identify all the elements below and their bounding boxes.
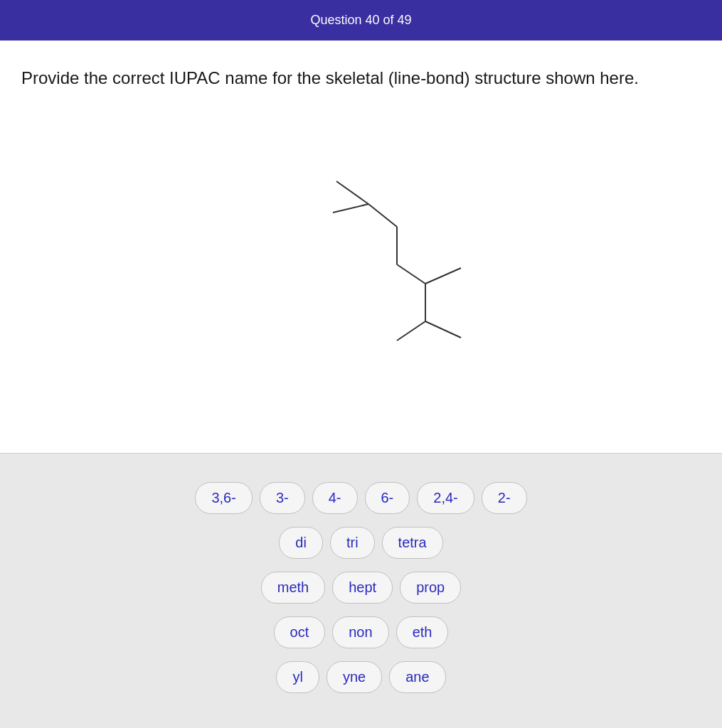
- token-2[interactable]: 2-: [482, 482, 527, 514]
- skeletal-structure-svg: [226, 126, 497, 382]
- token-4[interactable]: 4-: [312, 482, 358, 514]
- token-prop[interactable]: prop: [400, 572, 461, 604]
- token-hept[interactable]: hept: [332, 572, 393, 604]
- token-oct[interactable]: oct: [274, 616, 326, 648]
- svg-line-4: [397, 264, 425, 284]
- token-tetra[interactable]: tetra: [382, 527, 443, 559]
- svg-line-8: [397, 321, 425, 341]
- svg-line-2: [333, 204, 368, 213]
- token-yne[interactable]: yne: [327, 661, 382, 693]
- molecule-diagram: [21, 112, 701, 410]
- question-counter: Question 40 of 49: [310, 13, 411, 27]
- token-row-3: meth hept prop: [261, 572, 461, 604]
- token-eth[interactable]: eth: [396, 616, 449, 648]
- svg-line-5: [425, 268, 461, 284]
- token-tri[interactable]: tri: [330, 527, 375, 559]
- token-row-5: yl yne ane: [276, 661, 445, 693]
- token-yl[interactable]: yl: [276, 661, 319, 693]
- token-row-2: di tri tetra: [279, 527, 442, 559]
- token-2-4[interactable]: 2,4-: [417, 482, 474, 514]
- token-row-4: oct non eth: [274, 616, 449, 648]
- question-header: Question 40 of 49: [0, 0, 722, 41]
- token-3-6[interactable]: 3,6-: [195, 482, 252, 514]
- token-di[interactable]: di: [279, 527, 323, 559]
- token-ane[interactable]: ane: [389, 661, 445, 693]
- question-area: Provide the correct IUPAC name for the s…: [0, 41, 722, 453]
- svg-line-7: [425, 321, 461, 338]
- token-6[interactable]: 6-: [365, 482, 410, 514]
- answer-area: 3,6- 3- 4- 6- 2,4- 2- di tri tetra meth …: [0, 454, 722, 728]
- token-3[interactable]: 3-: [260, 482, 305, 514]
- token-non[interactable]: non: [332, 616, 388, 648]
- svg-line-0: [336, 181, 368, 204]
- token-meth[interactable]: meth: [261, 572, 325, 604]
- question-text: Provide the correct IUPAC name for the s…: [21, 66, 701, 90]
- svg-line-1: [368, 204, 397, 227]
- token-row-1: 3,6- 3- 4- 6- 2,4- 2-: [195, 482, 526, 514]
